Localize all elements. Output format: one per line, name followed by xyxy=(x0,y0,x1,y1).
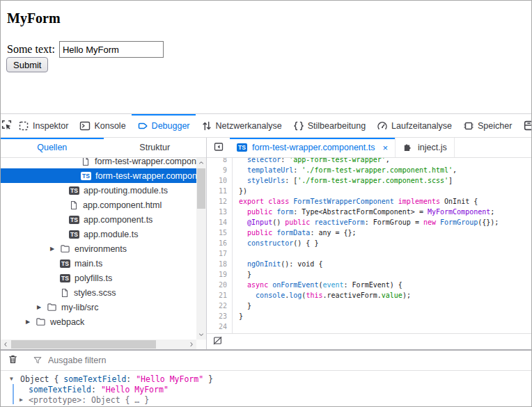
code-line: 10 styleUrls: ['./form-test-wrapper.comp… xyxy=(207,175,531,186)
line-number[interactable]: 17 xyxy=(207,248,232,259)
tree-item-label: app.module.ts xyxy=(84,230,139,239)
tree-vertical-scrollbar[interactable] xyxy=(196,158,206,340)
expand-caret-icon[interactable]: ▶ xyxy=(19,397,23,403)
toolbar-tab-laufzeitanalyse[interactable]: Laufzeitanalyse xyxy=(371,114,457,137)
scroll-up-icon[interactable] xyxy=(196,158,206,168)
tree-item-app-module-ts[interactable]: TSapp.module.ts xyxy=(1,227,196,241)
console-row: ▼Object { someTextField: "Hello MyForm" … xyxy=(1,374,531,384)
editor-tab-inject-js[interactable]: inject.js xyxy=(396,138,455,157)
code-line: 11}) xyxy=(207,186,531,196)
code-line-text: console.log(this.reactiveForm.value); xyxy=(232,290,411,301)
collapse-sidebar-button[interactable] xyxy=(207,138,230,157)
file-icon xyxy=(69,200,79,210)
toolbar-tab-label: Laufzeitanalyse xyxy=(391,121,452,131)
clear-console-button[interactable] xyxy=(1,354,24,367)
file-icon xyxy=(81,158,91,166)
tree-item-environments[interactable]: ▶environments xyxy=(1,241,196,256)
tree-item-webpack[interactable]: ▶webpack xyxy=(1,314,196,329)
line-number[interactable]: 24 xyxy=(207,321,232,332)
code-line: 18 ngOnInit(): void { xyxy=(207,259,531,269)
scroll-left-icon[interactable] xyxy=(1,340,10,349)
code-line: 12export class FormTestWrapperComponent … xyxy=(207,196,531,207)
file-icon xyxy=(60,288,70,298)
toolbar-tab-stilbearbeitung[interactable]: Stilbearbeitung xyxy=(288,114,371,137)
expand-arrow-icon[interactable]: ▶ xyxy=(37,304,41,310)
scroll-right-icon[interactable] xyxy=(187,340,196,349)
line-number[interactable]: 19 xyxy=(207,269,232,280)
code-view[interactable]: 8 selector: 'app-form-test-wrapper',9 te… xyxy=(207,158,531,333)
expand-caret-icon[interactable]: ▼ xyxy=(10,376,13,382)
close-tab-icon[interactable]: × xyxy=(382,143,388,153)
toolbar-tab-speicher[interactable]: Speicher xyxy=(457,114,517,137)
code-line-text: }) xyxy=(232,186,247,196)
pick-element-button[interactable] xyxy=(1,114,13,137)
tab-struktur-label: Struktur xyxy=(139,143,170,152)
editor-tab-bar: TSform-test-wrapper.component.ts×inject.… xyxy=(207,138,531,158)
code-line-text xyxy=(232,321,239,332)
expand-arrow-icon[interactable]: ▶ xyxy=(26,319,30,325)
tree-item-app-component-html[interactable]: app.component.html xyxy=(1,198,196,212)
code-line-text: @Input() public reactiveForm: FormGroup … xyxy=(232,217,499,228)
toolbar-tab-konsole[interactable]: Konsole xyxy=(74,114,131,137)
web-page-viewport: MyForm Some text: Submit xyxy=(1,1,531,113)
code-line-text xyxy=(232,248,239,259)
console-panel: ▼Object { someTextField: "Hello MyForm" … xyxy=(1,349,531,406)
line-number[interactable]: 12 xyxy=(207,196,232,207)
toolbar-tab-label: Netzwerkanalyse xyxy=(216,121,282,131)
console-filter-input[interactable] xyxy=(47,355,258,366)
line-number[interactable]: 21 xyxy=(207,290,232,301)
line-number[interactable]: 20 xyxy=(207,280,232,290)
pick-element-icon xyxy=(1,119,13,133)
tree-item-polyfills-ts[interactable]: TSpolyfills.ts xyxy=(1,271,196,285)
submit-button[interactable]: Submit xyxy=(6,57,48,72)
code-line: 19 } xyxy=(207,269,531,280)
toolbar-tab-label: Debugger xyxy=(152,121,190,131)
line-number[interactable]: 8 xyxy=(207,158,232,165)
code-line-text: async onFormEvent(event: FormEvent) { xyxy=(232,280,402,290)
line-number[interactable]: 23 xyxy=(207,311,232,321)
tab-struktur[interactable]: Struktur xyxy=(104,138,207,157)
line-number[interactable]: 18 xyxy=(207,259,232,269)
toolbar-tab-inspektor[interactable]: Inspektor xyxy=(13,114,74,137)
vertical-scroll-thumb[interactable] xyxy=(197,168,205,209)
tree-horizontal-scrollbar[interactable] xyxy=(1,340,196,349)
line-number[interactable]: 9 xyxy=(207,165,232,175)
ignore-source-icon[interactable] xyxy=(212,335,223,348)
tree-item-app-routing-module-ts[interactable]: TSapp-routing.module.ts xyxy=(1,183,196,198)
tree-item-app-component-ts[interactable]: TSapp.component.ts xyxy=(1,212,196,227)
horizontal-scroll-thumb[interactable] xyxy=(11,340,156,349)
expand-arrow-icon[interactable]: ▶ xyxy=(50,246,54,252)
line-number[interactable]: 10 xyxy=(207,175,232,186)
form-row: Some text: xyxy=(7,41,164,58)
tree-item-label: form-test-wrapper.componen xyxy=(95,158,196,166)
tree-item-form-test-wrapper-componen[interactable]: TSform-test-wrapper.componen xyxy=(1,168,196,183)
toolbar-tab-label: Inspektor xyxy=(33,121,68,131)
line-number[interactable]: 15 xyxy=(207,228,232,238)
tree-item-styles-scss[interactable]: styles.scss xyxy=(1,285,196,300)
line-number[interactable]: 13 xyxy=(207,207,232,217)
tree-item-my-lib-src[interactable]: ▶my-lib/src xyxy=(1,300,196,314)
toolbar-tab-storage[interactable] xyxy=(517,114,531,137)
some-text-input[interactable] xyxy=(59,41,164,58)
editor-tab-form-test-wrapper-component-ts[interactable]: TSform-test-wrapper.component.ts× xyxy=(230,138,396,157)
line-number[interactable]: 11 xyxy=(207,186,232,196)
tree-item-main-ts[interactable]: TSmain.ts xyxy=(1,256,196,271)
code-line: 13 public form: Type<AbstractFormCompone… xyxy=(207,207,531,217)
code-line: 16 constructor() { } xyxy=(207,238,531,248)
tree-item-form-test-wrapper-componen[interactable]: form-test-wrapper.componen xyxy=(1,158,196,168)
code-line-text: } xyxy=(232,269,251,280)
code-line-text: styleUrls: ['./form-test-wrapper.compone… xyxy=(232,175,453,186)
toolbar-tab-debugger[interactable]: Debugger xyxy=(132,114,196,137)
toolbar-tab-netzwerkanalyse[interactable]: Netzwerkanalyse xyxy=(196,114,288,137)
line-number[interactable]: 16 xyxy=(207,238,232,248)
ts-badge: TS xyxy=(69,230,79,239)
source-editor: TSform-test-wrapper.component.ts×inject.… xyxy=(207,138,531,349)
memory-icon xyxy=(463,120,474,131)
tab-quellen[interactable]: Quellen xyxy=(1,138,104,157)
tree-item-label: app.component.ts xyxy=(84,215,152,225)
line-number[interactable]: 14 xyxy=(207,217,232,228)
editor-tab-label: form-test-wrapper.component.ts xyxy=(252,143,375,152)
scroll-down-icon[interactable] xyxy=(196,330,206,340)
line-number[interactable]: 22 xyxy=(207,301,232,311)
code-line-text: ngOnInit(): void { xyxy=(232,259,322,269)
